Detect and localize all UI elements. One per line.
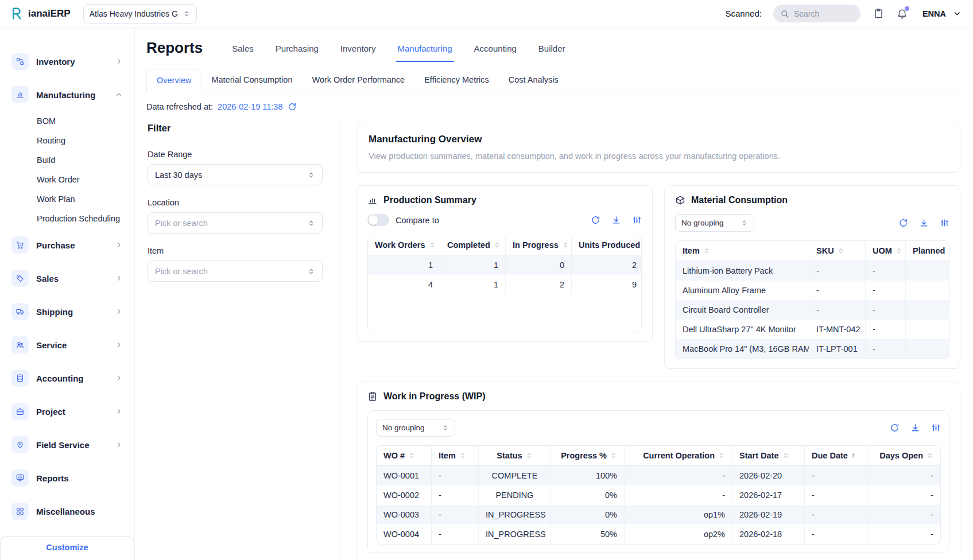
refresh-icon[interactable] (890, 423, 900, 433)
column-header[interactable]: SKU (809, 241, 865, 261)
subtab-overview[interactable]: Overview (146, 69, 201, 92)
table-row[interactable]: Dell UltraSharp 27" 4K Monitor IT-MNT-04… (676, 320, 949, 339)
inventory-icon (11, 53, 29, 70)
sort-icon (782, 452, 789, 459)
tab-builder[interactable]: Builder (537, 33, 567, 62)
column-header[interactable]: Units Produced (571, 235, 642, 255)
company-selector[interactable]: Atlas Heavy Industries G (83, 4, 197, 24)
miscellaneous-icon (11, 503, 29, 520)
sidebar-item-inventory[interactable]: Inventory (0, 45, 134, 78)
sidebar-item-service[interactable]: Service (0, 328, 134, 361)
sidebar-subitem-work-order[interactable]: Work Order (0, 170, 134, 189)
tab-sales[interactable]: Sales (230, 33, 255, 62)
cell: op2% (624, 524, 732, 544)
column-header[interactable]: Item (676, 241, 809, 261)
cell (905, 281, 949, 300)
table-row[interactable]: 4 1 2 9 (368, 275, 642, 294)
cell: - (865, 339, 905, 359)
column-header[interactable]: Days Open (869, 446, 940, 466)
user-menu[interactable]: ENNA (922, 9, 962, 18)
table-row[interactable]: WO-0004 - IN_PROGRESS 50% op2% 2026-02-1… (377, 524, 940, 544)
download-icon[interactable] (919, 218, 929, 228)
item-input[interactable] (155, 267, 303, 276)
grouping-select[interactable]: No grouping (376, 419, 455, 437)
sidebar-item-sales[interactable]: Sales (0, 262, 134, 295)
tab-inventory[interactable]: Inventory (339, 33, 378, 62)
column-header[interactable]: Completed (440, 235, 505, 255)
table-row[interactable]: WO-0001 - COMPLETE 100% - 2026-02-20 - - (377, 466, 940, 485)
sidebar-item-manufacturing[interactable]: Manufacturing (0, 78, 134, 111)
subtab-work-order-performance[interactable]: Work Order Performance (302, 69, 414, 92)
tab-purchasing[interactable]: Purchasing (274, 33, 320, 62)
location-picker[interactable] (148, 212, 323, 234)
refresh-icon[interactable] (898, 218, 908, 228)
column-header[interactable]: Planned (905, 241, 949, 261)
sidebar-subitem-bom[interactable]: BOM (0, 111, 134, 131)
table-row[interactable]: WO-0003 - IN_PROGRESS 0% op1% 2026-02-19… (377, 505, 940, 524)
tab-accounting[interactable]: Accounting (472, 33, 518, 62)
sidebar-item-purchase[interactable]: Purchase (0, 228, 134, 262)
column-header[interactable]: WO # (377, 446, 431, 466)
sidebar-subitem-production-scheduling[interactable]: Production Scheduling (0, 209, 134, 228)
column-header[interactable]: UOM (865, 241, 905, 261)
subtab-material-consumption[interactable]: Material Consumption (201, 69, 302, 92)
refresh-icon[interactable] (288, 102, 297, 111)
table-row[interactable]: Lithium-ion Battery Pack - - (676, 261, 949, 281)
table-row[interactable]: MacBook Pro 14" (M3, 16GB RAM) IT-LPT-00… (676, 339, 949, 359)
cell: 50% (551, 524, 624, 544)
column-header[interactable]: Current Operation (624, 446, 732, 466)
sidebar-subitem-routing[interactable]: Routing (0, 131, 134, 150)
cell: 0 (505, 255, 571, 275)
sidebar-item-shipping[interactable]: Shipping (0, 295, 134, 328)
sidebar-subitem-build[interactable]: Build (0, 150, 134, 170)
refresh-icon[interactable] (591, 215, 600, 225)
subtab-cost-analysis[interactable]: Cost Analysis (499, 69, 568, 92)
cell: PENDING (478, 485, 551, 505)
data-refreshed-label: Data refreshed at: (146, 102, 213, 111)
sidebar-item-reports[interactable]: Reports (0, 461, 134, 495)
wip-title: Work in Progress (WIP) (383, 391, 486, 402)
compare-to-label: Compare to (396, 216, 439, 225)
sort-icon (526, 452, 533, 459)
sidebar-item-miscellaneous[interactable]: Miscellaneous (0, 495, 134, 528)
column-header[interactable]: In Progress (505, 235, 571, 255)
notifications-bell-icon[interactable] (897, 8, 908, 19)
table-row[interactable]: Aluminum Alloy Frame - - (676, 281, 949, 300)
column-settings-icon[interactable] (940, 218, 949, 228)
column-header[interactable]: Start Date (732, 446, 804, 466)
download-icon[interactable] (611, 215, 621, 225)
date-range-select[interactable]: Last 30 days (148, 164, 323, 185)
cell: 2 (571, 255, 642, 275)
table-row[interactable]: WO-0002 - PENDING 0% - 2026-02-17 - - (377, 485, 940, 505)
table-row[interactable]: Circuit Board Controller - - (676, 300, 949, 320)
column-settings-icon[interactable] (632, 215, 642, 225)
chevron-updown-icon (183, 10, 191, 18)
sidebar-subitem-work-plan[interactable]: Work Plan (0, 189, 134, 209)
download-icon[interactable] (910, 423, 920, 433)
column-settings-icon[interactable] (931, 423, 941, 433)
wip-card: Work in Progress (WIP) No grouping (356, 382, 960, 560)
search-input[interactable] (794, 9, 854, 18)
clipboard-icon[interactable] (873, 8, 884, 19)
column-header[interactable]: Item (431, 446, 478, 466)
cell: - (804, 485, 869, 505)
grouping-select[interactable]: No grouping (675, 214, 754, 232)
sidebar-item-field-service[interactable]: Field Service (0, 428, 134, 461)
tab-manufacturing[interactable]: Manufacturing (396, 33, 454, 62)
customize-button[interactable]: Customize (0, 536, 134, 560)
compare-to-toggle[interactable] (367, 214, 389, 226)
cell: IN_PROGRESS (478, 505, 551, 524)
column-header[interactable]: Work Orders (368, 235, 440, 255)
location-input[interactable] (155, 219, 303, 228)
column-header[interactable]: Due Date↑ (804, 446, 869, 466)
cell: - (865, 300, 905, 320)
sidebar-item-accounting[interactable]: Accounting (0, 361, 134, 395)
column-header[interactable]: Status (478, 446, 551, 466)
table-row[interactable]: 1 1 0 2 (368, 255, 642, 275)
cell: 2026-02-19 (732, 505, 804, 524)
sidebar-item-project[interactable]: Project (0, 395, 134, 428)
search-box[interactable] (773, 5, 860, 22)
item-picker[interactable] (148, 260, 323, 282)
subtab-efficiency-metrics[interactable]: Efficiency Metrics (414, 69, 499, 92)
column-header[interactable]: Progress % (551, 446, 624, 466)
